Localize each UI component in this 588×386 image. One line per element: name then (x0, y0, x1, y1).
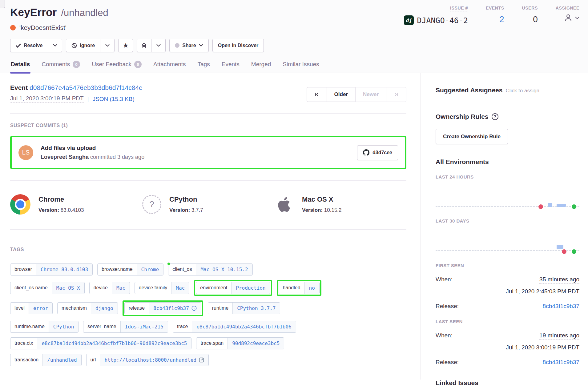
tag-runtime-name[interactable]: runtime.nameCPython (10, 321, 79, 333)
assignee-dropdown[interactable] (563, 13, 579, 23)
short-id: DJANGO-46-2 (417, 16, 468, 25)
github-icon (363, 149, 369, 156)
tag-server-name[interactable]: server_nameIdos-iMac-215 (83, 321, 168, 333)
commit-meta: Lovepreet Sangha committed 3 days ago (41, 154, 350, 160)
context-name: CPython (169, 195, 203, 203)
users-count[interactable]: 0 (533, 14, 538, 24)
chevron-down-icon (575, 17, 579, 19)
delete-dropdown-button[interactable] (151, 39, 166, 52)
highlight-box: release 8cb43f1c9b37 (123, 300, 203, 316)
tag-url[interactable]: url http://localhost:8000/unhandled (86, 354, 209, 366)
bookmark-star-button[interactable]: ★ (118, 39, 133, 52)
issue-number-label: ISSUE # (450, 6, 468, 11)
tag-handled[interactable]: handledno (279, 282, 320, 294)
suspect-commit-card: LS Add files via upload Lovepreet Sangha… (10, 136, 406, 169)
divider-pipe: | (87, 96, 89, 103)
event-bar (548, 203, 552, 207)
tag-device[interactable]: deviceMac (89, 282, 130, 294)
tag-row: runtime.nameCPython server_nameIdos-iMac… (10, 321, 406, 333)
tag-trace-span[interactable]: trace.span90d892c9eace3bc5 (196, 337, 284, 349)
tag-mechanism[interactable]: mechanismdjango (57, 302, 118, 314)
tag-browser[interactable]: browserChrome 83.0.4103 (10, 263, 93, 275)
resolve-button[interactable]: Resolve (10, 39, 48, 52)
older-event-button[interactable]: Older (327, 87, 356, 102)
tag-browser-name[interactable]: browser.nameChrome (97, 263, 163, 275)
tag-runtime[interactable]: runtimeCPython 3.7.7 (208, 302, 280, 314)
last-seen-date: Jul 1, 2020 3:00:19 PM PDT (436, 344, 579, 351)
tab-events[interactable]: Events (222, 61, 240, 73)
trash-icon (141, 42, 147, 49)
tab-tags[interactable]: Tags (198, 61, 210, 73)
tag-row: levelerror mechanismdjango release 8cb43… (10, 300, 406, 316)
first-seen-marker-icon (538, 204, 543, 209)
star-icon: ★ (123, 42, 128, 49)
skip-to-last-icon (394, 92, 399, 97)
tag-level[interactable]: levelerror (10, 302, 53, 314)
tag-device-family[interactable]: device.familyMac (135, 282, 189, 294)
tags-heading: TAGS (10, 247, 406, 252)
person-icon (563, 13, 573, 23)
release-label: Release: (436, 359, 459, 366)
ownership-rules-heading: Ownership Rules ? (436, 113, 579, 120)
last-seen-release-link[interactable]: 8cb43f1c9b37 (543, 359, 579, 366)
tag-release[interactable]: release 8cb43f1c9b37 (124, 302, 201, 314)
tab-merged[interactable]: Merged (251, 61, 271, 73)
info-icon (191, 306, 197, 311)
tag-client-os-name[interactable]: client_os.nameMac OS X (10, 282, 85, 294)
ignore-button[interactable]: Ignore (66, 39, 100, 52)
chrome-icon (10, 194, 30, 215)
tab-comments[interactable]: Comments0 (42, 61, 80, 73)
suggested-assignees-heading: Suggested AssigneesClick to assign (436, 86, 579, 94)
suspect-commits-heading: SUSPECT COMMITS (1) (10, 123, 406, 128)
tag-trace-ctx[interactable]: trace.ctxe8c87ba1dc494bb2a4346bcfbf7b1b0… (10, 337, 191, 349)
sidebar: Suggested AssigneesClick to assign Owner… (421, 73, 588, 380)
first-seen-release-link[interactable]: 8cb43f1c9b37 (543, 303, 579, 310)
event-bar (557, 204, 566, 207)
context-version: Version: 83.0.4103 (38, 207, 84, 213)
tag-environment[interactable]: environmentProduction (196, 282, 270, 294)
event-id-link[interactable]: d08d7667e4a5476eb3b3db6d7f14c84c (30, 84, 142, 91)
issue-header: KeyError /unhandled 'keyDoesntExist' ISS… (0, 0, 588, 73)
tab-similar-issues[interactable]: Similar Issues (283, 61, 319, 73)
tag-trace[interactable]: tracee8c87ba1dc494bb2a4346bcfbf7b1b06 (173, 321, 296, 333)
ignore-dropdown-button[interactable] (100, 39, 115, 52)
issue-stats: ISSUE # dj DJANGO-46-2 EVENTS 2 USERS 0 … (404, 6, 579, 25)
event-label: Event (10, 84, 28, 91)
tag-row: transaction/unhandled url http://localho… (10, 354, 406, 366)
events-count[interactable]: 2 (499, 14, 504, 24)
commit-sha-button[interactable]: d3d7cee (357, 145, 398, 160)
first-seen-marker-icon (562, 249, 566, 254)
when-label: When: (436, 332, 453, 339)
tag-row: trace.ctxe8c87ba1dc494bb2a4346bcfbf7b1b0… (10, 337, 406, 349)
tag-transaction[interactable]: transaction/unhandled (10, 354, 82, 366)
help-icon[interactable]: ? (492, 113, 498, 120)
last-seen-marker-icon (572, 249, 576, 254)
check-icon (16, 43, 21, 48)
event-timestamp: Jul 1, 2020 3:00:19 PM PDT (10, 95, 84, 103)
oldest-event-button[interactable] (307, 87, 327, 102)
context-browser: Chrome Version: 83.0.4103 (10, 194, 142, 215)
tag-rows: browserChrome 83.0.4103 browser.nameChro… (10, 263, 406, 366)
create-ownership-rule-button[interactable]: Create Ownership Rule (436, 129, 508, 144)
resolve-dropdown-button[interactable] (48, 39, 62, 52)
events-sparkline-30d (436, 247, 579, 254)
tab-attachments[interactable]: Attachments (153, 61, 186, 73)
context-name: Chrome (38, 195, 84, 203)
users-label: USERS (522, 6, 538, 10)
last-seen-heading: LAST SEEN (436, 319, 579, 324)
tag-client-os[interactable]: client_osMac OS X 10.15.2 (168, 263, 252, 275)
share-button[interactable]: Share (169, 39, 208, 52)
delete-button[interactable] (137, 39, 151, 52)
open-in-discover-button[interactable]: Open in Discover (212, 39, 264, 52)
commit-author-avatar: LS (18, 145, 33, 160)
tab-user-feedback[interactable]: User Feedback0 (92, 61, 142, 73)
event-json-link[interactable]: JSON (15.3 KB) (93, 96, 135, 103)
tab-details[interactable]: Details (11, 61, 30, 73)
tag-row: browserChrome 83.0.4103 browser.nameChro… (10, 263, 406, 275)
events-sparkline-24h (436, 203, 579, 210)
event-header: Event d08d7667e4a5476eb3b3db6d7f14c84c J… (10, 73, 406, 114)
release-label: Release: (436, 303, 459, 310)
django-project-icon: dj (404, 15, 414, 25)
events-label: EVENTS (486, 6, 504, 10)
issue-tabs: Details Comments0 User Feedback0 Attachm… (10, 61, 579, 73)
